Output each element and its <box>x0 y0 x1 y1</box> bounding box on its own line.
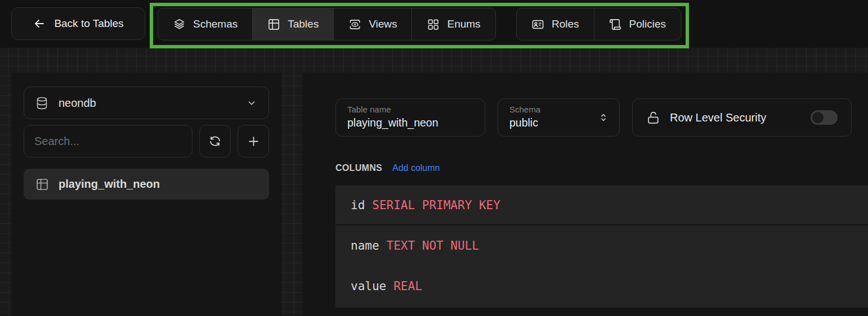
refresh-icon <box>208 134 222 148</box>
table-name-input[interactable] <box>347 115 473 129</box>
search-input[interactable] <box>24 125 193 157</box>
columns-header: COLUMNS Add column <box>335 163 440 173</box>
tab-views[interactable]: Views <box>333 8 411 40</box>
entity-tab-group: Schemas Tables Views Enums <box>158 8 496 40</box>
columns-panel: id SERIAL PRIMARY KEY name TEXT NOT NULL… <box>335 186 868 308</box>
column-name: name <box>351 239 379 252</box>
row-level-security-toggle[interactable] <box>811 110 838 125</box>
plus-icon <box>247 134 261 148</box>
schema-value: public <box>509 115 608 129</box>
tab-views-label: Views <box>369 18 397 30</box>
column-row-value[interactable]: value REAL <box>335 266 868 306</box>
table-icon <box>267 18 280 31</box>
tab-enums-label: Enums <box>447 18 480 30</box>
tab-schemas[interactable]: Schemas <box>158 8 252 40</box>
sidebar-table-item[interactable]: playing_with_neon <box>24 169 269 200</box>
schema-select[interactable]: Schema public <box>498 98 620 137</box>
column-name: id <box>351 198 365 212</box>
sidebar-table-name: playing_with_neon <box>59 178 160 191</box>
column-row-id[interactable]: id SERIAL PRIMARY KEY <box>335 186 868 225</box>
tab-tables[interactable]: Tables <box>252 8 333 40</box>
arrow-left-icon <box>33 17 46 30</box>
row-level-security-label: Row Level Security <box>670 111 766 124</box>
app-window: Back to Tables Schemas Tables Views Enum… <box>0 0 868 316</box>
database-icon <box>35 96 49 110</box>
tab-roles-label: Roles <box>552 18 579 30</box>
refresh-button[interactable] <box>199 125 231 157</box>
column-definition: REAL <box>393 279 422 293</box>
column-definition: SERIAL PRIMARY KEY <box>372 198 500 212</box>
search-row <box>24 125 269 157</box>
tab-policies-label: Policies <box>629 18 666 30</box>
eye-icon <box>348 18 361 31</box>
toggle-knob <box>812 112 824 123</box>
chevron-up-down-icon <box>597 111 610 124</box>
tab-tables-label: Tables <box>288 18 319 30</box>
grid-icon <box>427 18 440 31</box>
column-row-name[interactable]: name TEXT NOT NULL <box>335 225 868 266</box>
columns-section-title: COLUMNS <box>335 163 382 173</box>
schema-label: Schema <box>509 104 608 115</box>
add-table-button[interactable] <box>238 125 269 157</box>
add-column-link[interactable]: Add column <box>392 163 440 173</box>
column-name: value <box>351 279 386 293</box>
chevron-down-icon <box>245 97 258 109</box>
database-selector[interactable]: neondb <box>24 87 269 119</box>
tab-schemas-label: Schemas <box>193 18 238 30</box>
lock-open-icon <box>646 111 660 125</box>
row-level-security-box: Row Level Security <box>632 98 852 137</box>
table-editor-panel: Table name Schema public Row Level Secur… <box>302 73 868 316</box>
column-definition: TEXT NOT NULL <box>387 239 479 252</box>
table-icon <box>35 178 49 191</box>
database-name: neondb <box>59 97 96 110</box>
tab-policies[interactable]: Policies <box>594 8 681 40</box>
table-name-label: Table name <box>347 104 473 115</box>
tab-roles[interactable]: Roles <box>517 8 594 40</box>
scroll-icon <box>609 18 622 31</box>
back-to-tables-button[interactable]: Back to Tables <box>11 7 145 40</box>
tab-enums[interactable]: Enums <box>411 8 495 40</box>
sidebar-panel: neondb playing_with_neon <box>11 73 281 316</box>
back-to-tables-label: Back to Tables <box>54 17 123 30</box>
id-card-icon <box>531 18 544 31</box>
table-name-field[interactable]: Table name <box>335 98 485 137</box>
security-tab-group: Roles Policies <box>516 8 681 40</box>
top-toolbar: Back to Tables Schemas Tables Views Enum… <box>0 0 868 48</box>
layers-icon <box>173 18 186 31</box>
